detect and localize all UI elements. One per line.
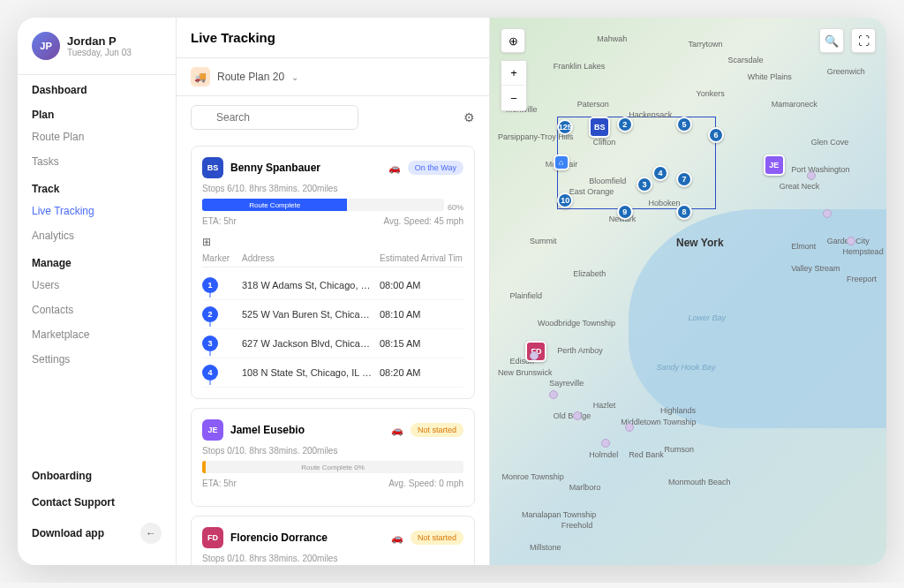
nav-tasks[interactable]: Tasks (18, 149, 176, 174)
locate-button[interactable]: ⊕ (501, 28, 525, 53)
grid-icon[interactable]: ⊞ (202, 236, 211, 248)
zoom-in-button[interactable]: + (501, 61, 526, 86)
progress-bar: Route Complete 0% (202, 461, 463, 473)
map-search-button[interactable]: 🔍 (819, 28, 844, 53)
nav-settings[interactable]: Settings (18, 347, 176, 372)
map-marker[interactable]: 5 (676, 117, 692, 132)
nav-plan-section: Plan (18, 100, 176, 124)
driver-stats: Stops 6/10. 8hrs 38mins. 200miles (202, 184, 463, 193)
map-marker[interactable]: 9 (617, 204, 633, 220)
main: Live Tracking 🚚 Route Plan 20 ⌄ 🔍 ⚙ BS B… (177, 18, 886, 565)
map-marker[interactable]: 125 (557, 119, 573, 135)
search-input[interactable] (191, 105, 358, 130)
stop-address: 627 W Jackson Blvd, Chicago, IL ... (242, 338, 380, 349)
route-name: Route Plan 20 (217, 71, 284, 83)
marker-icon: 4 (202, 365, 218, 381)
stops-header: Marker Address Estimated Arrival Tim (202, 253, 463, 268)
driver-name: Jamel Eusebio (230, 424, 384, 436)
onboarding-link[interactable]: Onboarding (32, 463, 162, 489)
driver-name: Benny Spanbauer (230, 162, 381, 174)
search-bar: 🔍 ⚙ (177, 96, 489, 139)
pale-marker (625, 423, 634, 432)
truck-icon: 🚚 (191, 67, 210, 87)
avg-speed: Avg. Speed: 45 mph (384, 216, 463, 226)
car-icon: 🚗 (391, 532, 403, 544)
map-marker[interactable]: ⌂ (554, 155, 569, 170)
eta: ETA: 5hr (202, 216, 237, 226)
marker-icon: 3 (202, 335, 218, 351)
status-badge: Not started (411, 423, 463, 437)
nav-manage-section: Manage (18, 248, 176, 273)
driver-card[interactable]: FD Florencio Dorrance 🚗 Not started Stop… (191, 516, 475, 565)
nav-dashboard[interactable]: Dashboard (18, 74, 176, 100)
sidebar: JP Jordan P Tuesday, Jun 03 Dashboard Pl… (18, 18, 177, 565)
stop-time: 08:00 AM (380, 280, 463, 290)
status-badge: On the Way (408, 161, 463, 175)
map-view[interactable]: New York Newark Yonkers Clifton Hoboken … (490, 18, 886, 565)
pale-marker (807, 171, 816, 180)
driver-card[interactable]: BS Benny Spanbauer 🚗 On the Way Stops 6/… (191, 146, 475, 399)
map-controls-left: ⊕ + − (501, 28, 527, 111)
nav-route-plan[interactable]: Route Plan (18, 124, 176, 149)
avg-speed: Avg. Speed: 0 mph (388, 479, 463, 488)
map-marker[interactable]: JE (764, 155, 785, 176)
download-label: Download app (32, 527, 104, 539)
map-marker[interactable]: 3 (637, 177, 652, 192)
driver-card[interactable]: JE Jamel Eusebio 🚗 Not started Stops 0/1… (191, 408, 475, 507)
nav-contacts[interactable]: Contacts (18, 298, 176, 322)
route-selector[interactable]: 🚚 Route Plan 20 ⌄ (177, 58, 489, 96)
stop-row[interactable]: 3 627 W Jackson Blvd, Chicago, IL ... 08… (202, 329, 463, 358)
stop-address: 525 W Van Buren St, Chicago, IL ... (242, 309, 380, 320)
stop-row[interactable]: 2 525 W Van Buren St, Chicago, IL ... 08… (202, 300, 463, 329)
stop-row[interactable]: 4 108 N State St, Chicago, IL 60602... 0… (202, 358, 463, 388)
arrow-left-icon: ← (140, 523, 162, 544)
map-controls-right: 🔍 ⛶ (819, 28, 876, 53)
page-title: Live Tracking (177, 18, 489, 58)
stop-time: 08:15 AM (380, 338, 463, 349)
filter-icon[interactable]: ⚙ (463, 110, 475, 124)
fullscreen-button[interactable]: ⛶ (851, 28, 876, 53)
stop-address: 318 W Adams St, Chicago, IL 60606... (242, 280, 380, 290)
chevron-down-icon: ⌄ (291, 72, 298, 82)
stop-address: 108 N State St, Chicago, IL 60602... (242, 367, 380, 378)
map-marker[interactable]: 2 (617, 117, 633, 132)
stop-time: 08:20 AM (380, 367, 463, 378)
app-shell: JP Jordan P Tuesday, Jun 03 Dashboard Pl… (18, 18, 886, 565)
driver-avatar: BS (202, 157, 223, 178)
driver-stats: Stops 0/10. 8hrs 38mins. 200miles (202, 554, 463, 563)
driver-avatar: JE (202, 419, 223, 441)
nav-users[interactable]: Users (18, 273, 176, 298)
marker-icon: 1 (202, 277, 218, 293)
stop-time: 08:10 AM (380, 309, 463, 320)
progress-bar: Route Complete (202, 199, 444, 211)
car-icon: 🚗 (388, 162, 401, 174)
user-profile[interactable]: JP Jordan P Tuesday, Jun 03 (18, 32, 176, 74)
nav-live-tracking[interactable]: Live Tracking (18, 199, 176, 223)
car-icon: 🚗 (391, 425, 403, 436)
map-marker[interactable]: BS (589, 117, 610, 138)
tracking-panel: Live Tracking 🚚 Route Plan 20 ⌄ 🔍 ⚙ BS B… (177, 18, 490, 565)
sidebar-footer: Onboarding Contact Support Download app … (18, 463, 176, 551)
status-badge: Not started (411, 531, 463, 545)
zoom-out-button[interactable]: − (501, 86, 526, 110)
map-marker[interactable]: 7 (676, 171, 692, 187)
map-marker[interactable]: 6 (708, 127, 724, 143)
eta: ETA: 5hr (202, 479, 237, 488)
drivers-list: BS Benny Spanbauer 🚗 On the Way Stops 6/… (177, 139, 489, 565)
driver-avatar: FD (202, 527, 223, 548)
download-link[interactable]: Download app ← (32, 516, 162, 551)
pale-marker (549, 390, 558, 399)
avatar: JP (32, 32, 60, 60)
driver-stats: Stops 0/10. 8hrs 38mins. 200miles (202, 446, 463, 456)
user-name: Jordan P (67, 34, 132, 48)
support-link[interactable]: Contact Support (32, 489, 162, 516)
driver-name: Florencio Dorrance (230, 531, 384, 544)
nav-analytics[interactable]: Analytics (18, 223, 176, 248)
nav-track-section: Track (18, 174, 176, 199)
user-date: Tuesday, Jun 03 (67, 48, 132, 57)
stop-row[interactable]: 1 318 W Adams St, Chicago, IL 60606... 0… (202, 271, 463, 300)
marker-icon: 2 (202, 306, 218, 322)
map-marker[interactable]: 8 (676, 204, 692, 220)
nav-marketplace[interactable]: Marketplace (18, 322, 176, 347)
